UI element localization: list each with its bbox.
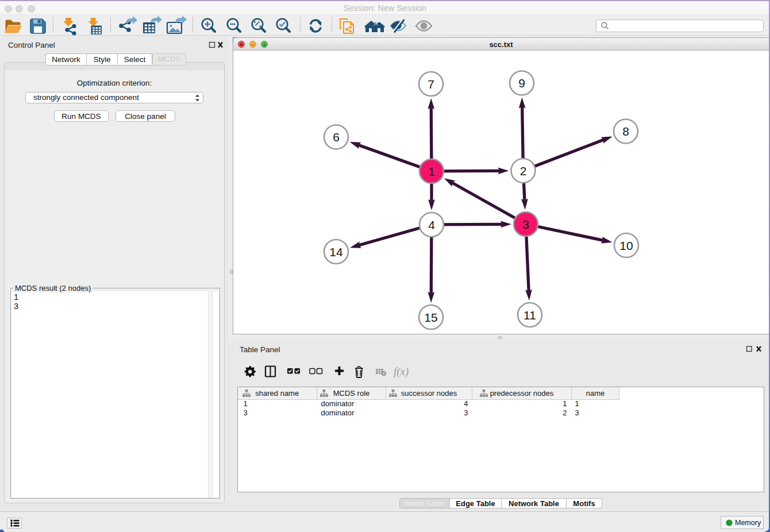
svg-text:7: 7 (428, 78, 434, 91)
svg-text:1: 1 (428, 165, 435, 178)
svg-text:9: 9 (518, 76, 525, 90)
svg-text:6: 6 (333, 130, 340, 144)
svg-text:14: 14 (329, 245, 343, 259)
svg-text:f(x): f(x) (394, 365, 409, 378)
svg-text:10: 10 (619, 239, 633, 252)
svg-text:15: 15 (424, 311, 437, 324)
svg-text:8: 8 (622, 125, 629, 138)
svg-text:11: 11 (523, 309, 536, 322)
svg-text:3: 3 (522, 218, 529, 231)
svg-text:4: 4 (428, 218, 435, 232)
svg-text:2: 2 (520, 164, 527, 178)
